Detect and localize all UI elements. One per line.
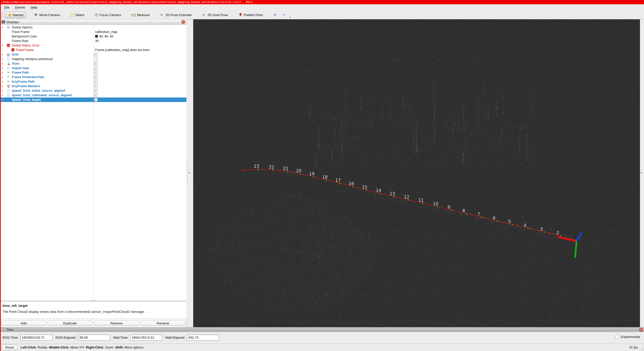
expander-icon[interactable]: ▸ [2,79,5,84]
visibility-checkbox[interactable] [94,84,98,88]
focus-icon [95,13,98,17]
display-row-frame-predicted-path[interactable]: ▸Frame Predicted Path [0,75,186,79]
row-label: bpearl_front_initial_source_aligned [12,88,65,93]
3d-viewport-canvas[interactable] [193,19,640,327]
visibility-checkbox[interactable] [94,57,98,61]
expander-icon[interactable]: ▸ [2,57,5,61]
time-fields: ROS Time:ROS Elapsed:Wall Time:Wall Elap… [3,335,222,341]
ros-elapsed-input[interactable] [78,335,110,341]
display-row-keyframe-path[interactable]: ▸KeyFrame Path [0,79,186,84]
description-text: The Point Cloud2 display shows data from… [3,310,184,314]
wall-time-field: Wall Time: [113,335,162,341]
wall-time-label: Wall Time: [113,336,128,339]
expander-icon[interactable]: ▸ [2,84,5,88]
visibility-checkbox[interactable] [94,80,98,83]
remove-button[interactable]: Remove [94,321,139,326]
visibility-checkbox[interactable] [94,93,98,97]
expander-icon[interactable]: ▸ [2,61,5,66]
display-row-output-map[interactable]: ▸output map [0,66,186,70]
3d-viewport[interactable] [193,19,640,327]
displays-close-button[interactable]: ✕ [181,20,185,24]
wall-elapsed-label: Wall Elapsed: [165,336,185,339]
visibility-checkbox[interactable] [94,66,98,70]
display-row-background-color[interactable]: Background Color48; 48; 48 [0,34,186,39]
expander-icon[interactable]: ▸ [2,70,5,75]
experimental-checkbox[interactable] [615,335,619,339]
row-label: bpearl_front_target [12,97,41,102]
rename-button[interactable]: Rename [140,321,185,326]
add-tool-button[interactable]: + [271,12,279,18]
display-row-fixed-frame[interactable]: Fixed FrameFrame [calibration_map] does … [0,48,186,52]
visibility-checkbox[interactable] [94,75,98,79]
add-button[interactable]: Add [1,321,46,326]
resize-grip[interactable] [641,348,643,350]
time-panel-header[interactable]: Time ✕ [0,327,644,332]
expander-icon[interactable]: ▸ [2,66,5,70]
display-row-frame-rate[interactable]: Frame Rate30 [0,39,186,43]
window-title: /home/ismet/projects/autoware.tutorial_v… [1,1,253,4]
tool-interact[interactable]: Interact [5,12,26,18]
display-row-bpearl-front-initial-source-aligned[interactable]: ▸bpearl_front_initial_source_aligned [0,88,186,93]
visibility-checkbox[interactable] [94,98,98,102]
expander-icon[interactable]: ▸ [2,75,5,79]
right-splitter[interactable]: ▸ [640,19,644,327]
tool-measure[interactable]: Measure [129,12,152,18]
display-row-fixed-frame[interactable]: Fixed Framecalibration_map [0,30,186,34]
visibility-checkbox[interactable] [94,71,98,74]
wall-time-input[interactable] [130,335,162,341]
visibility-checkbox[interactable] [94,53,98,56]
tool-publish-point[interactable]: Publish Point [236,12,265,18]
tool-2d-pose-estimate[interactable]: 2D Pose Estimate [158,12,194,18]
collapse-right-icon[interactable]: ▸ [641,171,642,174]
display-row-frame-path[interactable]: ▸Frame Path [0,70,186,75]
visibility-checkbox[interactable] [94,89,98,92]
hand-icon [7,13,11,17]
expander-icon[interactable]: ▾ [2,25,5,30]
display-row-grid[interactable]: ▸Grid [0,52,186,57]
display-row-keyframe-markers[interactable]: ▸KeyFrame Markers [0,84,186,88]
ros-time-input[interactable] [20,335,53,341]
tool-label: Focus Camera [99,13,121,17]
remove-tool-button[interactable]: − [280,12,288,18]
tool-select[interactable]: Select [68,12,87,18]
toolbar-extension-icon[interactable]: ▾ [290,16,291,19]
expander-icon[interactable]: ▸ [2,97,5,102]
toolbar-drag-handle[interactable] [1,12,3,18]
collapse-left-icon[interactable]: ◂ [188,171,190,174]
window-titlebar[interactable]: /home/ismet/projects/autoware.tutorial_v… [0,0,644,4]
time-close-button[interactable]: ✕ [639,328,643,331]
time-panel: Time ✕ ROS Time:ROS Elapsed:Wall Time:Wa… [0,327,644,344]
expander-icon[interactable]: ▸ [2,52,5,57]
left-splitter[interactable]: ◂ [186,19,193,327]
display-row-mapping-velodyne-pointcloud[interactable]: ▸mapping velodyne pointcloud [0,57,186,61]
row-value[interactable]: Frame [calibration_map] does not exist [95,48,149,52]
menu-item-panels[interactable]: Panels [13,5,27,10]
displays-panel-header[interactable]: Displays ✕ [0,19,186,25]
expander-icon[interactable]: ▸ [2,93,5,97]
color-swatch [95,35,98,38]
display-row-bpearl-front-target[interactable]: ▸bpearl_front_target [0,97,186,102]
tool-2d-goal-pose[interactable]: 2D Goal Pose [200,12,230,18]
menu-item-help[interactable]: Help [28,5,40,10]
row-label: mapping velodyne pointcloud [12,57,53,61]
expander-icon[interactable]: ▾ [2,43,5,48]
display-row-global-status-error[interactable]: ▾Global Status: Error [0,43,186,48]
menu-bar: FilePanelsHelp [0,4,644,11]
expander-icon[interactable]: ▸ [2,88,5,93]
tool-move-camera[interactable]: Move Camera [32,12,62,18]
row-value[interactable]: calibration_map [95,30,117,34]
display-row-global-options[interactable]: ▾Global Options [0,25,186,30]
duplicate-button[interactable]: Duplicate [48,321,93,326]
display-row-axes[interactable]: ▸Axes [0,61,186,66]
wall-elapsed-input[interactable] [187,335,219,341]
reset-button[interactable]: Reset [2,345,18,350]
visibility-checkbox[interactable] [94,62,98,65]
row-value[interactable]: 30 [95,39,99,43]
tool-focus-camera[interactable]: Focus Camera [93,12,123,18]
display-row-bpearl-front-calibrated-source-aligned[interactable]: ▸bpearl_front_calibrated_source_aligned [0,93,186,97]
row-label: KeyFrame Path [12,79,35,84]
menu-item-file[interactable]: File [2,5,12,10]
path-icon [7,80,10,83]
goal-arrow-icon [202,13,206,17]
row-value[interactable]: 48; 48; 48 [95,34,113,39]
